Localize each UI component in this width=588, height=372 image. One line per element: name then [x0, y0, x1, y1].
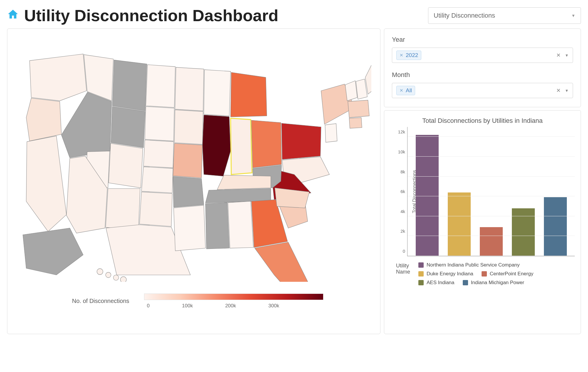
- map-panel: No. of Disconnections 0 100k 200k 300k: [7, 29, 380, 334]
- legend-item[interactable]: Northern Indiana Public Service Company: [418, 262, 520, 268]
- y-tick: 8k: [400, 169, 405, 174]
- y-tick: 0: [403, 248, 405, 253]
- metric-select[interactable]: Utility Disconnections ▼: [428, 7, 581, 24]
- y-tick: 2k: [400, 229, 405, 234]
- map-legend: No. of Disconnections 0 100k 200k 300k: [16, 294, 371, 309]
- legend-item[interactable]: CenterPoint Energy: [482, 271, 533, 277]
- year-filter-label: Year: [392, 36, 573, 43]
- bar[interactable]: [544, 197, 567, 256]
- svg-point-1: [106, 272, 111, 278]
- month-chip[interactable]: ✕ All: [396, 86, 415, 95]
- year-select[interactable]: ✕ 2022 ✕ ▼: [392, 48, 573, 63]
- legend-swatch: [463, 280, 468, 285]
- bar[interactable]: [480, 227, 503, 256]
- chip-remove-icon[interactable]: ✕: [400, 53, 403, 58]
- month-select[interactable]: ✕ All ✕ ▼: [392, 83, 573, 98]
- legend-swatch: [482, 271, 487, 277]
- y-tick: 6k: [400, 189, 405, 194]
- svg-point-3: [120, 277, 126, 281]
- caret-down-icon: ▼: [565, 53, 569, 58]
- page-title: Utility Disconnection Dashboard: [24, 6, 278, 25]
- filter-panel: Year ✕ 2022 ✕ ▼ Month ✕ All ✕: [384, 29, 581, 107]
- legend-swatch: [418, 280, 424, 285]
- svg-point-0: [97, 269, 103, 275]
- svg-point-2: [113, 275, 118, 280]
- legend-gradient: [144, 294, 323, 300]
- caret-down-icon: ▼: [571, 13, 575, 18]
- legend-item[interactable]: Duke Energy Indiana: [418, 271, 473, 277]
- bar[interactable]: [448, 192, 471, 256]
- legend-items: Northern Indiana Public Service CompanyD…: [418, 262, 575, 286]
- bar[interactable]: [416, 135, 439, 256]
- bar[interactable]: [512, 208, 535, 256]
- chart-panel: Total Disconnections by Utilities in Ind…: [384, 110, 581, 334]
- home-icon[interactable]: [7, 8, 19, 23]
- metric-select-value: Utility Disconnections: [434, 12, 495, 19]
- legend-item[interactable]: AES Indiana: [418, 280, 455, 286]
- legend-title: Utility Name: [396, 262, 410, 275]
- y-tick: 4k: [400, 209, 405, 214]
- clear-icon[interactable]: ✕: [556, 52, 561, 58]
- y-tick: 10k: [398, 149, 405, 154]
- legend-label: No. of Disconnections: [72, 298, 129, 304]
- legend-ticks: 0 100k 200k 300k: [144, 303, 323, 309]
- bar-chart[interactable]: 02k4k6k8k10k12k: [407, 127, 575, 256]
- month-filter-label: Month: [392, 71, 573, 79]
- year-chip[interactable]: ✕ 2022: [396, 51, 421, 60]
- y-tick: 12k: [398, 129, 405, 134]
- chip-remove-icon[interactable]: ✕: [400, 88, 403, 93]
- caret-down-icon: ▼: [565, 88, 569, 93]
- clear-icon[interactable]: ✕: [556, 87, 561, 94]
- chart-title: Total Disconnections by Utilities in Ind…: [390, 116, 575, 125]
- legend-swatch: [418, 262, 424, 268]
- us-choropleth-map[interactable]: [16, 41, 371, 282]
- legend-swatch: [418, 271, 424, 277]
- legend-item[interactable]: Indiana Michigan Power: [463, 280, 524, 286]
